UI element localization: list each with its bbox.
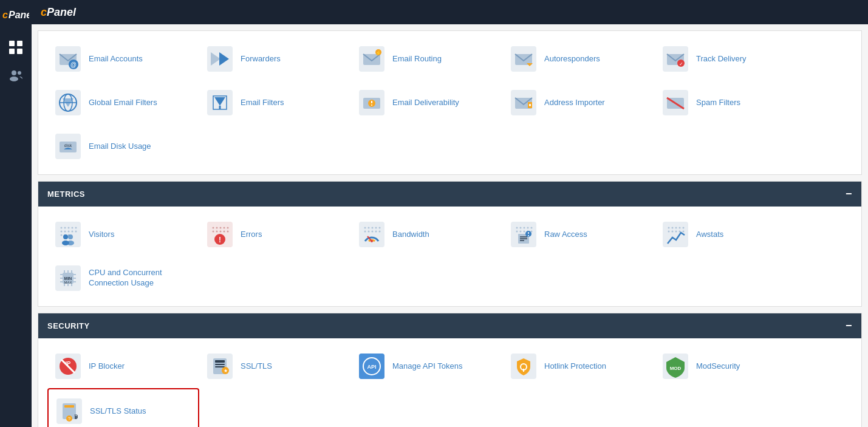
svg-rect-149 <box>215 366 225 367</box>
svg-text:c: c <box>2 10 8 20</box>
svg-point-117 <box>675 227 677 229</box>
modsecurity-item[interactable]: MOD ModSecurity <box>655 344 807 388</box>
email-filters-item[interactable]: Email Filters <box>199 81 351 125</box>
ssl-tls-item[interactable]: ★ SSL/TLS <box>199 344 351 388</box>
email-deliverability-item[interactable]: Email Deliverability <box>351 81 503 125</box>
modsecurity-icon: MOD <box>661 352 690 381</box>
cpu-usage-icon: MIN MAX <box>53 264 83 293</box>
svg-text:MIN: MIN <box>64 276 72 281</box>
track-delivery-item[interactable]: ✓ Track Delivery <box>655 37 807 81</box>
ssl-tls-status-label: SSL/TLS Status <box>90 406 146 417</box>
metrics-items: Visitors <box>38 207 861 306</box>
svg-point-78 <box>220 231 222 233</box>
bandwidth-item[interactable]: Bandwidth <box>351 213 503 256</box>
topbar-logo: c Panel <box>41 6 76 19</box>
svg-point-86 <box>372 227 374 229</box>
ip-blocker-label: IP Blocker <box>89 361 125 372</box>
svg-point-74 <box>224 227 225 229</box>
svg-point-119 <box>683 227 685 229</box>
forwarders-item[interactable]: Forwarders <box>199 37 351 81</box>
hotlink-protection-item[interactable]: Hotlink Protection <box>503 344 655 388</box>
svg-rect-148 <box>215 364 225 365</box>
security-header[interactable]: SECURITY − <box>38 313 861 338</box>
email-accounts-label: Email Accounts <box>89 54 143 64</box>
spam-filters-item[interactable]: Spam Filters <box>655 81 807 125</box>
raw-access-icon <box>509 220 538 249</box>
metrics-title: METRICS <box>47 190 85 199</box>
sidebar-users-icon[interactable] <box>5 64 27 86</box>
svg-point-53 <box>61 227 63 229</box>
email-disk-usage-label: Email Disk Usage <box>89 142 151 152</box>
cpu-usage-label: CPU and Concurrent Connection Usage <box>89 268 193 289</box>
svg-point-59 <box>64 231 66 233</box>
svg-point-75 <box>227 227 229 229</box>
email-section: @ Email Accounts Forwarders <box>38 30 862 175</box>
global-email-filters-item[interactable]: Global Email Filters <box>47 81 199 125</box>
visitors-label: Visitors <box>89 230 114 240</box>
svg-rect-163 <box>64 409 74 410</box>
svg-point-87 <box>375 227 377 229</box>
svg-point-85 <box>368 227 370 229</box>
ssl-tls-icon: ★ <box>205 352 234 381</box>
svg-point-88 <box>379 227 381 229</box>
spam-filters-icon <box>661 88 690 117</box>
svg-point-121 <box>672 231 674 233</box>
svg-point-62 <box>75 231 77 233</box>
ip-blocker-item[interactable]: IP IP Blocker <box>47 344 199 388</box>
manage-api-tokens-item[interactable]: API Manage API Tokens <box>351 344 503 388</box>
ssl-tls-status-item[interactable]: ? SSL/TLS Status <box>47 388 199 427</box>
svg-text:Panel: Panel <box>9 10 29 20</box>
autoresponders-item[interactable]: Autoresponders <box>503 37 655 81</box>
forwarders-icon <box>205 44 234 73</box>
svg-point-77 <box>216 231 218 233</box>
svg-point-8 <box>18 71 21 75</box>
visitors-item[interactable]: Visitors <box>47 213 199 256</box>
svg-point-54 <box>64 227 66 229</box>
metrics-header[interactable]: METRICS − <box>38 182 861 207</box>
cpu-usage-item[interactable]: MIN MAX <box>47 256 199 300</box>
email-routing-item[interactable]: ⚡ Email Routing <box>351 37 503 81</box>
raw-access-item[interactable]: Raw Access <box>503 213 655 256</box>
svg-point-60 <box>68 231 70 233</box>
svg-point-104 <box>524 231 525 233</box>
sidebar-grid-icon[interactable] <box>5 36 27 58</box>
awstats-icon <box>661 220 690 249</box>
track-delivery-icon: ✓ <box>661 44 690 73</box>
svg-point-66 <box>63 234 68 239</box>
email-items: @ Email Accounts Forwarders <box>38 31 861 174</box>
svg-rect-147 <box>215 360 225 363</box>
svg-point-61 <box>72 231 73 233</box>
sidebar: c Panel <box>0 0 32 427</box>
svg-point-76 <box>213 231 214 233</box>
spam-filters-label: Spam Filters <box>696 98 740 108</box>
svg-point-101 <box>531 227 533 229</box>
svg-point-100 <box>527 227 529 229</box>
svg-text:!: ! <box>219 236 221 244</box>
address-importer-item[interactable]: Address Importer <box>503 81 655 125</box>
svg-point-67 <box>68 234 73 239</box>
svg-point-98 <box>520 227 522 229</box>
security-title: SECURITY <box>47 321 90 330</box>
svg-point-91 <box>372 231 374 233</box>
svg-point-57 <box>75 227 77 229</box>
svg-text:?: ? <box>68 416 71 422</box>
svg-point-71 <box>213 227 214 229</box>
errors-item[interactable]: ! Errors <box>199 213 351 256</box>
topbar: c Panel <box>32 0 868 24</box>
svg-point-97 <box>516 227 518 229</box>
svg-point-69 <box>67 241 74 245</box>
bandwidth-icon <box>357 220 386 249</box>
svg-text:MOD: MOD <box>670 366 682 371</box>
email-disk-usage-item[interactable]: disk Email Disk Usage <box>47 125 199 168</box>
autoresponders-icon <box>509 44 538 73</box>
security-collapse-icon[interactable]: − <box>846 319 852 332</box>
metrics-collapse-icon[interactable]: − <box>846 188 852 200</box>
content-area: @ Email Accounts Forwarders <box>32 30 868 427</box>
svg-text:✓: ✓ <box>679 61 683 67</box>
awstats-item[interactable]: Awstats <box>655 213 807 256</box>
email-accounts-item[interactable]: @ Email Accounts <box>47 37 199 81</box>
svg-text:⚡: ⚡ <box>375 50 381 56</box>
email-filters-icon <box>205 88 234 117</box>
svg-point-80 <box>227 231 229 233</box>
svg-point-113 <box>528 235 529 236</box>
